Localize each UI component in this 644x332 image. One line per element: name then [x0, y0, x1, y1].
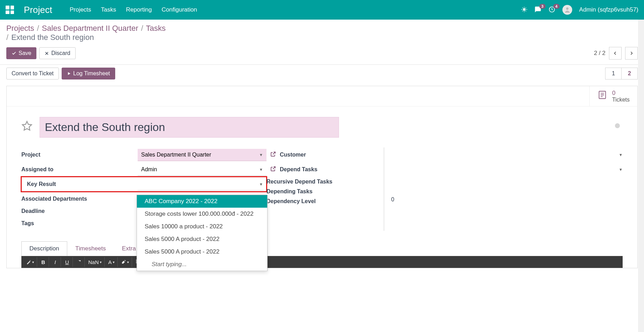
sub-action-row: Convert to Ticket Log Timesheet 1 2 — [0, 65, 644, 82]
star-icon[interactable] — [21, 120, 33, 134]
save-label: Save — [19, 50, 31, 56]
tb-clear-format[interactable] — [74, 257, 85, 267]
app-title[interactable]: Project — [24, 5, 52, 15]
project-input[interactable] — [138, 149, 266, 161]
sheet-body: Project ▼ Assigned to ▼ Key Result — [7, 106, 637, 256]
editor-toolbar: B I U NaN A </> — [21, 256, 623, 268]
form-sheet: 0 Tickets Project ▼ — [6, 86, 638, 268]
tb-bold[interactable]: B — [38, 257, 49, 267]
tickets-label: Tickets — [612, 97, 630, 103]
nav-link-tasks[interactable]: Tasks — [101, 6, 116, 13]
dropdown-item[interactable]: Sales 5000 A product - 2022 — [137, 245, 267, 258]
customer-value[interactable]: ▼ — [390, 147, 623, 162]
pager-text: 2 / 2 — [594, 50, 605, 57]
project-label: Project — [21, 152, 138, 158]
debug-icon[interactable] — [521, 6, 527, 14]
scrollbar[interactable] — [638, 20, 644, 268]
dropdown-item[interactable]: Sales 5000 A product - 2022 — [137, 233, 267, 245]
log-ts-label: Log Timesheet — [73, 70, 110, 77]
convert-label: Convert to Ticket — [12, 70, 54, 77]
deplevel-label: Dependency Level — [266, 196, 384, 206]
depending-label: Depending Tasks — [266, 187, 384, 196]
stage-bar: 1 2 — [605, 68, 638, 79]
title-row — [21, 117, 623, 138]
apps-icon[interactable] — [6, 6, 14, 14]
breadcrumb-sep: / — [37, 24, 39, 33]
keyresult-dropdown: ABC Company 2022 - 2022 Storage costs lo… — [137, 195, 268, 268]
customer-label: Customer — [280, 150, 306, 160]
breadcrumb-bar: Projects / Sales Department II Quarter /… — [0, 20, 644, 45]
breadcrumb-sep: / — [6, 33, 8, 42]
tab-timesheets[interactable]: Timesheets — [67, 241, 114, 256]
assigned-label: Assigned to — [21, 166, 138, 173]
recursive-label: Recursive Depend Tasks — [266, 177, 384, 187]
messages-badge: 3 — [539, 4, 546, 9]
form-grid: Project ▼ Assigned to ▼ Key Result — [21, 147, 623, 231]
pager: 2 / 2 — [594, 47, 638, 60]
tb-font-color[interactable]: A — [105, 257, 118, 267]
deplevel-value: 0 — [390, 196, 623, 203]
chevron-down-icon: ▼ — [619, 167, 623, 172]
discard-button[interactable]: Discard — [39, 47, 75, 59]
chevron-down-icon: ▼ — [619, 153, 623, 157]
field-project: Project ▼ — [21, 147, 266, 162]
tb-font-size[interactable]: NaN — [85, 257, 105, 267]
breadcrumb-sep: / — [141, 24, 143, 33]
tb-highlight[interactable] — [118, 257, 132, 267]
assigned-input[interactable] — [138, 164, 266, 176]
dropdown-item[interactable]: Sales 10000 a product - 2022 — [137, 220, 267, 233]
breadcrumb: Projects / Sales Department II Quarter /… — [6, 24, 638, 33]
tickets-count: 0 — [612, 90, 630, 97]
breadcrumb-line2: / Extend the South region — [6, 33, 638, 42]
tabs: Description Timesheets Extra Info — [21, 241, 623, 256]
field-customer: Customer — [266, 147, 384, 162]
nav-link-configuration[interactable]: Configuration — [162, 6, 197, 13]
nav-link-reporting[interactable]: Reporting — [126, 6, 152, 13]
pager-prev[interactable] — [609, 47, 622, 60]
color-dot[interactable] — [615, 123, 620, 128]
tb-underline[interactable]: U — [62, 257, 73, 267]
stage-2[interactable]: 2 — [621, 68, 638, 79]
dropdown-item[interactable]: Storage costs lower 100.000.000đ - 2022 — [137, 208, 267, 220]
pager-next[interactable] — [625, 47, 638, 60]
save-button[interactable]: Save — [6, 47, 36, 59]
discard-label: Discard — [51, 50, 70, 56]
svg-point-2 — [566, 7, 569, 10]
tb-italic[interactable]: I — [50, 257, 61, 267]
tb-magic[interactable] — [23, 257, 37, 267]
field-key-result: Key Result ▼ — [21, 177, 266, 192]
svg-point-0 — [523, 8, 526, 11]
depend-label: Depend Tasks — [280, 165, 317, 174]
sheet-header: 0 Tickets — [7, 86, 637, 106]
keyresult-input[interactable] — [138, 178, 264, 191]
nav-links: Projects Tasks Reporting Configuration — [70, 6, 197, 13]
nav-link-projects[interactable]: Projects — [70, 6, 91, 13]
form-col-middle: Customer Depend Tasks Recursive Depend T… — [266, 147, 384, 231]
external-link-icon[interactable] — [270, 151, 276, 159]
external-link-icon[interactable] — [270, 166, 276, 174]
task-title-input[interactable] — [40, 117, 339, 138]
messages-icon[interactable]: 3 — [534, 6, 541, 14]
assocdept-label: Associated Departments — [21, 196, 138, 202]
stage-1[interactable]: 1 — [605, 68, 621, 79]
log-timesheet-button[interactable]: Log Timesheet — [62, 68, 115, 79]
keyresult-label: Key Result — [21, 181, 138, 187]
tags-label: Tags — [21, 220, 138, 227]
tab-description[interactable]: Description — [21, 241, 67, 256]
breadcrumb-tasks[interactable]: Tasks — [146, 24, 166, 33]
avatar[interactable] — [562, 5, 572, 15]
breadcrumb-sales-quarter[interactable]: Sales Department II Quarter — [42, 24, 138, 33]
depend-value[interactable]: ▼ — [390, 162, 623, 177]
top-nav: Project Projects Tasks Reporting Configu… — [0, 0, 644, 20]
nav-right: 3 4 Admin (sqfzp6vsuh57) — [521, 5, 638, 15]
activities-badge: 4 — [553, 4, 560, 9]
tickets-button[interactable]: 0 Tickets — [589, 86, 637, 106]
convert-ticket-button[interactable]: Convert to Ticket — [6, 68, 59, 79]
activities-icon[interactable]: 4 — [548, 6, 555, 14]
form-col-right: ▼ ▼ 0 — [384, 147, 623, 231]
breadcrumb-projects[interactable]: Projects — [6, 24, 34, 33]
dropdown-item[interactable]: ABC Company 2022 - 2022 — [137, 195, 267, 208]
user-name[interactable]: Admin (sqfzp6vsuh57) — [579, 6, 638, 13]
dropdown-hint: Start typing... — [137, 258, 267, 268]
deadline-label: Deadline — [21, 208, 138, 214]
